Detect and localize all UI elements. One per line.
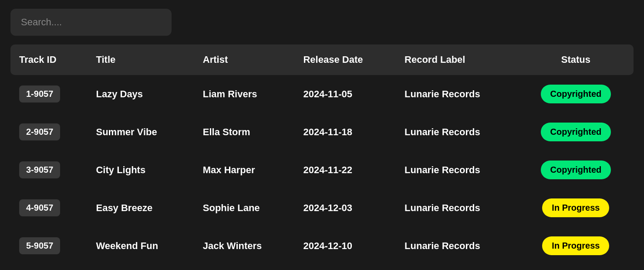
cell-artist: Liam Rivers (194, 75, 295, 113)
cell-track-id: 5-9057 (10, 227, 87, 265)
cell-record-label: Lunarie Records (396, 227, 518, 265)
track-id-badge: 4-9057 (19, 199, 60, 216)
cell-status: Copyrighted (518, 113, 634, 151)
cell-status: Copyrighted (518, 151, 634, 189)
cell-track-id: 3-9057 (10, 151, 87, 189)
cell-record-label: Lunarie Records (396, 265, 518, 270)
cell-title: Easy Breeze (87, 189, 194, 227)
status-badge: In Progress (542, 236, 609, 255)
status-badge: In Progress (542, 198, 609, 217)
cell-title: Lazy Days (87, 75, 194, 113)
status-badge: Copyrighted (541, 85, 611, 103)
table-row[interactable]: 2-9057 Summer Vibe Ella Storm 2024-11-18… (10, 113, 634, 151)
cell-release-date: 2024-12-10 (294, 227, 396, 265)
cell-record-label: Lunarie Records (396, 75, 518, 113)
table-header-row: Track ID Title Artist Release Date Recor… (10, 44, 634, 75)
cell-release-date: 2024-12-03 (294, 189, 396, 227)
track-id-badge: 1-9057 (19, 85, 60, 103)
table-row[interactable]: 4-9057 Easy Breeze Sophie Lane 2024-12-0… (10, 189, 634, 227)
header-title: Title (87, 44, 194, 75)
status-badge: Copyrighted (541, 123, 611, 141)
cell-release-date: 2024-11-22 (294, 151, 396, 189)
cell-track-id: 1-9057 (10, 75, 87, 113)
table-row[interactable]: 3-9057 City Lights Max Harper 2024-11-22… (10, 151, 634, 189)
table-row[interactable]: 6-9057 Morning Glow Ava Skye 2024-12-15 … (10, 265, 634, 270)
cell-track-id: 4-9057 (10, 189, 87, 227)
track-id-badge: 5-9057 (19, 237, 60, 254)
header-track-id: Track ID (10, 44, 87, 75)
cell-status: In Progress (518, 227, 634, 265)
status-badge: Copyrighted (541, 161, 611, 179)
header-status: Status (518, 44, 634, 75)
cell-record-label: Lunarie Records (396, 151, 518, 189)
cell-artist: Jack Winters (194, 227, 295, 265)
cell-track-id: 6-9057 (10, 265, 87, 270)
search-input[interactable] (10, 9, 172, 36)
cell-artist: Max Harper (194, 151, 295, 189)
cell-title: Morning Glow (87, 265, 194, 270)
cell-title: City Lights (87, 151, 194, 189)
cell-title: Summer Vibe (87, 113, 194, 151)
cell-track-id: 2-9057 (10, 113, 87, 151)
cell-release-date: 2024-11-18 (294, 113, 396, 151)
cell-record-label: Lunarie Records (396, 113, 518, 151)
header-artist: Artist (194, 44, 295, 75)
cell-title: Weekend Fun (87, 227, 194, 265)
cell-artist: Ava Skye (194, 265, 295, 270)
track-id-badge: 2-9057 (19, 123, 60, 140)
cell-artist: Ella Storm (194, 113, 295, 151)
table-row[interactable]: 1-9057 Lazy Days Liam Rivers 2024-11-05 … (10, 75, 634, 113)
cell-release-date: 2024-11-05 (294, 75, 396, 113)
cell-artist: Sophie Lane (194, 189, 295, 227)
header-record-label: Record Label (396, 44, 518, 75)
cell-status: In Review (518, 265, 634, 270)
track-id-badge: 3-9057 (19, 161, 60, 178)
cell-record-label: Lunarie Records (396, 189, 518, 227)
search-container (10, 9, 634, 36)
cell-status: In Progress (518, 189, 634, 227)
table-row[interactable]: 5-9057 Weekend Fun Jack Winters 2024-12-… (10, 227, 634, 265)
header-release-date: Release Date (294, 44, 396, 75)
cell-status: Copyrighted (518, 75, 634, 113)
cell-release-date: 2024-12-15 (294, 265, 396, 270)
tracks-table: Track ID Title Artist Release Date Recor… (10, 44, 634, 270)
table-container: Track ID Title Artist Release Date Recor… (10, 44, 634, 270)
